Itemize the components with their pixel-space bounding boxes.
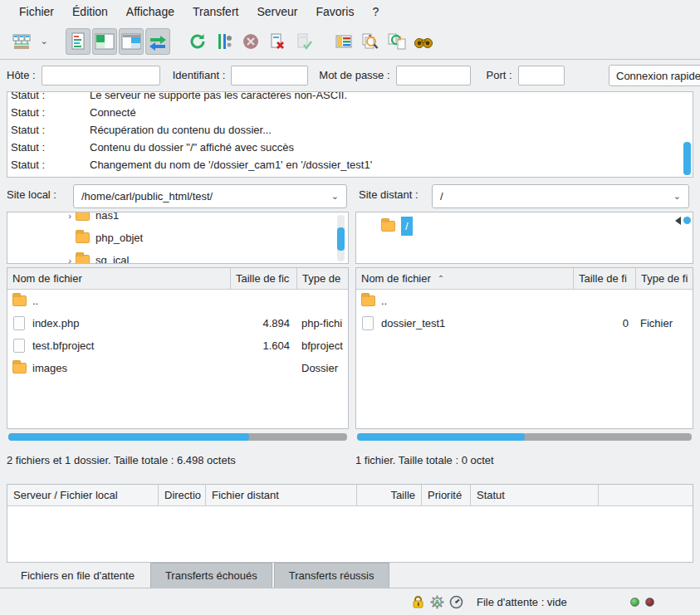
- file-row-up[interactable]: ..: [356, 290, 693, 312]
- file-row-test-bfproject[interactable]: test.bfproject 1.604 bfproject: [7, 334, 348, 357]
- column-size[interactable]: Taille de fi: [574, 268, 636, 289]
- status-bar: A File d'attente : vide: [0, 588, 700, 615]
- file-type: bfproject: [297, 334, 348, 357]
- file-type: php-fichi: [297, 312, 348, 334]
- expander-icon[interactable]: ›: [64, 256, 76, 265]
- site-manager-button[interactable]: [9, 28, 34, 55]
- svg-text:A: A: [434, 598, 440, 607]
- column-name[interactable]: Nom de fichier: [7, 268, 231, 289]
- tab-failed-transfers[interactable]: Transferts échoués: [150, 563, 272, 588]
- column-direction[interactable]: Directio: [159, 485, 206, 505]
- tree-item-php-objet[interactable]: php_objet: [64, 227, 348, 249]
- file-icon: [13, 316, 25, 330]
- local-hscrollbar[interactable]: [8, 433, 347, 441]
- lock-icon[interactable]: [411, 595, 425, 609]
- expander-icon[interactable]: ›: [64, 212, 76, 221]
- menu-aide[interactable]: ?: [363, 0, 388, 23]
- site-manager-dropdown[interactable]: ⌄: [36, 28, 51, 55]
- log-message: Changement du nom de '/dossier_cam1' en …: [90, 156, 372, 173]
- find-files-button[interactable]: [411, 28, 436, 55]
- local-site-path: /home/carl/public_html/test/: [81, 190, 331, 203]
- tree-scrollbar[interactable]: [337, 227, 345, 251]
- tab-queued-files[interactable]: Fichiers en file d'attente: [7, 563, 149, 588]
- column-priority[interactable]: Priorité: [422, 485, 471, 505]
- tree-item-root[interactable]: /: [356, 215, 693, 237]
- column-label: Nom de fichier: [361, 272, 431, 285]
- column-type[interactable]: Type de: [297, 268, 348, 289]
- column-status[interactable]: Statut: [471, 485, 599, 505]
- column-server-local-file[interactable]: Serveur / Fichier local: [7, 485, 159, 505]
- local-site-combo[interactable]: /home/carl/public_html/test/ ⌄: [73, 184, 347, 208]
- file-row-up[interactable]: ..: [7, 290, 348, 312]
- remote-hscrollbar[interactable]: [357, 433, 692, 441]
- local-pane-icon: [95, 32, 115, 51]
- speed-limits-gauge-icon[interactable]: [449, 595, 463, 609]
- menu-edition[interactable]: Édition: [63, 0, 117, 23]
- tree-item-label: nas1: [95, 212, 119, 222]
- log-message: Le serveur ne supporte pas les caractère…: [90, 91, 347, 104]
- file-size: 4.894: [231, 312, 297, 334]
- remote-pane-icon: [121, 32, 141, 51]
- menu-favoris[interactable]: Favoris: [306, 0, 363, 23]
- reconnect-button[interactable]: [291, 28, 316, 55]
- column-size[interactable]: Taille de fic: [231, 268, 297, 289]
- file-name: ..: [32, 295, 38, 307]
- log-scrollbar[interactable]: [683, 142, 691, 175]
- cancel-button[interactable]: [238, 28, 263, 55]
- directory-comparison-button[interactable]: [331, 28, 356, 55]
- log-label: Statut :: [7, 156, 90, 173]
- file-row-index-php[interactable]: index.php 4.894 php-fichi: [7, 312, 348, 334]
- disconnect-button[interactable]: [265, 28, 290, 55]
- column-remote-file[interactable]: Fichier distant: [206, 485, 357, 505]
- folder-icon: [361, 295, 375, 306]
- log-label: Statut :: [7, 121, 90, 139]
- refresh-icon: [188, 32, 208, 51]
- toggle-local-tree-button[interactable]: [92, 28, 117, 55]
- file-row-dossier-test1[interactable]: dossier_test1 0 Fichier: [356, 312, 693, 334]
- column-type[interactable]: Type de fi: [636, 268, 693, 289]
- username-input[interactable]: [231, 66, 308, 85]
- toggle-queue-button[interactable]: [145, 28, 170, 55]
- site-manager-icon: [12, 32, 32, 51]
- file-row-images[interactable]: images Dossier: [7, 357, 348, 379]
- username-label: Identifiant :: [173, 69, 226, 81]
- transfer-type-gear-icon[interactable]: A: [430, 595, 444, 609]
- local-hscrollbar-thumb[interactable]: [8, 433, 249, 441]
- file-name: dossier_test1: [381, 317, 445, 329]
- filter-button[interactable]: [212, 28, 237, 55]
- menu-fichier[interactable]: Fichier: [10, 0, 63, 23]
- disconnect-icon: [267, 32, 287, 51]
- refresh-button[interactable]: [185, 28, 210, 55]
- menu-affichage[interactable]: Affichage: [117, 0, 184, 23]
- password-input[interactable]: [396, 66, 471, 85]
- synchronized-browsing-button[interactable]: [384, 28, 409, 55]
- tab-successful-transfers[interactable]: Transferts réussis: [274, 563, 389, 588]
- queue-body: [7, 506, 693, 563]
- quickconnect-button[interactable]: Connexion rapide: [609, 65, 700, 86]
- transfer-queue: Serveur / Fichier local Directio Fichier…: [7, 484, 693, 563]
- file-name: images: [32, 362, 67, 374]
- synchronized-browsing-icon: [387, 32, 407, 51]
- filename-filters-button[interactable]: [358, 28, 383, 55]
- toggle-remote-tree-button[interactable]: [119, 28, 144, 55]
- tree-item-sq-ical[interactable]: › sq_ical: [64, 249, 348, 264]
- remote-hscrollbar-thumb[interactable]: [357, 433, 525, 441]
- folder-icon: [12, 363, 27, 373]
- scroll-left-arrow-icon[interactable]: [675, 217, 681, 225]
- port-input[interactable]: [518, 66, 565, 85]
- scroll-dot-icon[interactable]: [683, 217, 691, 224]
- file-icon: [13, 339, 25, 353]
- queue-status-text: File d'attente : vide: [477, 596, 567, 608]
- tree-item-nas1[interactable]: › nas1: [64, 212, 348, 227]
- sort-ascending-icon: ⌃: [438, 274, 444, 283]
- remote-site-path: /: [440, 190, 673, 203]
- menu-transfert[interactable]: Transfert: [184, 0, 248, 23]
- filename-filters-icon: [360, 32, 380, 51]
- open-folder-icon: [381, 221, 395, 232]
- toggle-log-button[interactable]: [66, 28, 91, 55]
- host-input[interactable]: [42, 66, 160, 85]
- menu-serveur[interactable]: Serveur: [247, 0, 306, 23]
- column-size[interactable]: Taille: [357, 485, 422, 505]
- column-name[interactable]: Nom de fichier ⌃: [356, 268, 574, 289]
- remote-site-combo[interactable]: / ⌄: [432, 184, 689, 208]
